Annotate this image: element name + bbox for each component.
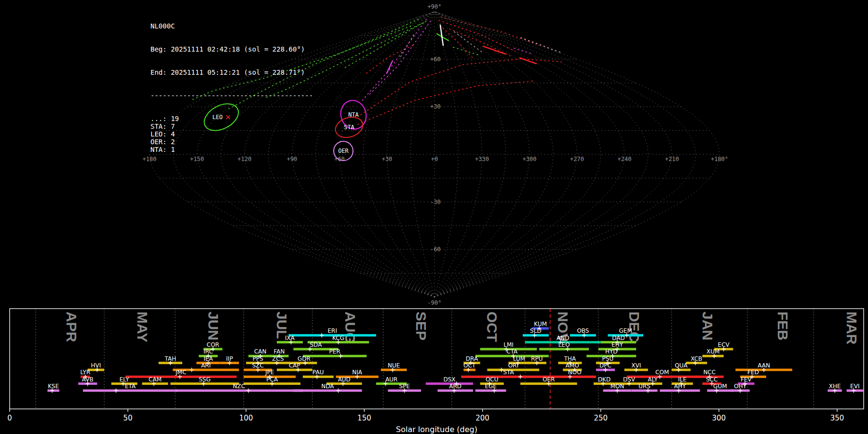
shower-code-label: SCC: [706, 376, 718, 383]
lon-label: +0: [431, 156, 438, 163]
meteor-trail: [439, 20, 515, 51]
shower-code-label: LYR: [81, 369, 91, 376]
radiant-label: OER: [338, 148, 349, 154]
shower-code-label: HVI: [91, 362, 101, 369]
count-line-STA: STA: 7: [150, 122, 313, 130]
shower-code-label: ARD: [449, 383, 461, 390]
shower-bar: [475, 389, 506, 392]
shower-code-label: URS: [638, 383, 651, 390]
shower-code-label: FEV: [741, 376, 752, 383]
lat-label: -30: [430, 199, 441, 205]
shower-code-label: NUE: [388, 362, 400, 369]
month-label-OCT: OCT: [484, 312, 500, 342]
shower-code-label: ILE: [678, 376, 687, 383]
shower-code-label: AHY: [674, 383, 686, 390]
shower-code-label: OCT: [463, 362, 476, 369]
shower-XVI: XVI: [624, 362, 648, 372]
lat-label: +60: [430, 56, 441, 63]
begin-time: Beg: 20251111 02:42:18 (sol = 228.60°): [150, 45, 313, 53]
shower-code-label: JPE: [265, 369, 274, 376]
shower-code-label: CAP: [289, 362, 300, 369]
meteor-trail: [358, 81, 534, 124]
lon-label: +210: [665, 156, 679, 163]
shower-code-label: DRA: [466, 355, 478, 362]
shower-code-label: ERI: [328, 327, 337, 334]
shower-code-label: CAM: [149, 376, 162, 383]
shower-code-label: ETA: [125, 383, 136, 390]
shower-code-label: LMI: [503, 341, 514, 348]
shower-code-label: DPC: [599, 362, 611, 369]
shower-code-label: XUM: [706, 348, 719, 355]
shower-code-label: AVB: [82, 376, 94, 383]
shower-code-label: KCG: [332, 335, 344, 341]
meridian-line: [434, 12, 672, 297]
shower-code-label: OBS: [577, 327, 589, 334]
sky-map: +90°-90°+60+30-30-60+180+150+120+90+60+3…: [0, 0, 868, 309]
shower-code-label: SPE: [399, 383, 410, 390]
shower-code-label: ZCS: [272, 355, 284, 362]
shower-bar: [303, 355, 366, 357]
shower-counts: ...: 19STA: 7LEO: 4OER: 2NTA: 1: [150, 115, 313, 153]
shower-code-label: MON: [610, 383, 624, 390]
shower-NUE: NUE: [381, 362, 407, 372]
shower-code-label: PPS: [253, 355, 263, 362]
month-label-JAN: JAN: [700, 312, 716, 340]
shower-bar: [175, 389, 303, 392]
shower-code-label: SSG: [199, 376, 211, 383]
shower-code-label: EVI: [850, 383, 859, 390]
shower-STA: STA: [461, 369, 556, 379]
pole-label-north: +90°: [428, 3, 442, 10]
shower-code-label: CTA: [506, 348, 518, 355]
month-label-DEC: DEC: [626, 312, 642, 342]
shower-code-label: XCB: [691, 355, 702, 362]
shower-KSE: KSE: [47, 383, 59, 393]
shower-bar: [554, 376, 596, 378]
shower-code-label: THA: [564, 355, 576, 362]
shower-bar: [707, 389, 733, 392]
shower-code-label: AUR: [385, 376, 397, 383]
shower-code-label: FED: [747, 369, 759, 376]
shower-code-label: RPU: [531, 355, 542, 362]
shower-code-label: OHY: [734, 383, 746, 390]
shower-code-label: ARI: [201, 362, 211, 369]
shower-IIP: IIP: [220, 355, 239, 366]
axis-tick-label: 350: [830, 414, 844, 422]
shower-code-label: FAN: [273, 348, 285, 355]
shower-code-label: GUM: [713, 383, 727, 390]
shower-bar: [672, 368, 691, 371]
radiant-map-screen: +90°-90°+60+30-30-60+180+150+120+90+60+3…: [0, 0, 868, 434]
shower-code-label: ELY: [120, 376, 130, 383]
shower-bar: [83, 389, 177, 392]
shower-code-label: NOO: [568, 369, 582, 376]
pole-label-south: -90°: [428, 299, 442, 306]
shower-bar: [631, 389, 657, 392]
axis-tick-label: 150: [357, 414, 371, 422]
shower-code-label: DSV: [623, 376, 636, 383]
shower-code-label: PAU: [312, 369, 324, 376]
meteor-trail: [449, 29, 510, 56]
shower-code-label: LUM: [513, 355, 525, 362]
shower-code-label: PER: [329, 348, 340, 355]
shower-code-label: STA: [503, 369, 514, 376]
meteor-trail: [514, 48, 532, 54]
shower-bar: [461, 376, 556, 378]
meteor-trail: [387, 61, 393, 73]
month-label-SEP: SEP: [413, 312, 429, 340]
shower-code-label: OCU: [486, 376, 499, 383]
shower-code-label: GDR: [298, 355, 311, 362]
count-line-dotdotdot: ...: 19: [150, 115, 313, 122]
shower-bar: [627, 376, 698, 378]
shower-code-label: DKD: [598, 376, 610, 383]
axis-tick-label: 250: [594, 414, 608, 422]
shower-code-label: OER: [542, 376, 555, 383]
meteor-trail: [361, 59, 561, 115]
meteor-trail: [453, 47, 478, 55]
x-axis-title: Solar longitude (deg): [396, 425, 477, 434]
observation-summary: NL000C Beg: 20251111 02:42:18 (sol = 228…: [150, 7, 313, 169]
month-label-FEB: FEB: [775, 312, 791, 340]
shower-code-label: ALY: [648, 376, 658, 383]
lon-label: +330: [475, 156, 489, 163]
shower-code-label: DAD: [612, 335, 624, 341]
shower-code-label: AUD: [338, 376, 351, 383]
meteor-trail: [343, 24, 420, 68]
